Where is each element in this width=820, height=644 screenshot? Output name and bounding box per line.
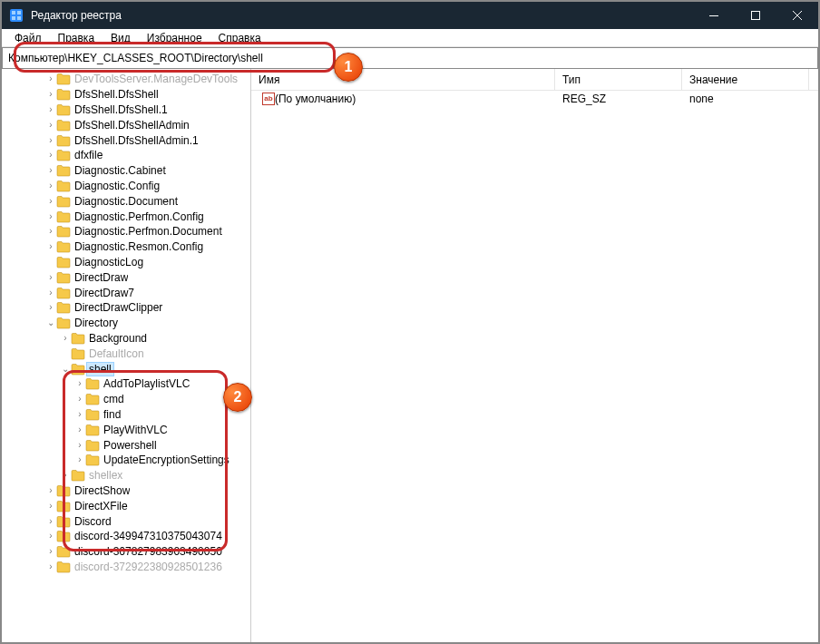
tree-item[interactable]: ›Diagnostic.Perfmon.Config [2,209,250,224]
tree-item[interactable]: ›Powershell [2,437,250,453]
tree-item[interactable]: ›Background [2,331,250,346]
tree-item[interactable]: DiagnosticLog [2,255,250,270]
chevron-right-icon[interactable]: › [74,410,85,419]
chevron-right-icon[interactable]: › [45,136,56,145]
tree-item-label: DiagnosticLog [74,256,143,268]
tree-item[interactable]: ›DirectXFile [2,498,250,513]
chevron-right-icon[interactable]: › [45,547,56,556]
tree-item-label: Diagnostic.Document [74,195,178,208]
tree-item[interactable]: ›Discord [2,513,250,529]
tree-item[interactable]: ›find [2,407,250,423]
tree-item[interactable]: ›Diagnostic.Resmon.Config [2,239,250,255]
tree-item[interactable]: ›PlayWithVLC [2,422,250,437]
chevron-right-icon[interactable]: › [45,151,56,160]
tree-item[interactable]: ›Diagnostic.Document [2,193,250,209]
tree-item[interactable]: ›DfsShell.DfsShellAdmin [2,117,250,132]
chevron-right-icon[interactable]: › [45,121,56,130]
menu-правка[interactable]: Правка [51,30,102,46]
folder-icon [71,363,85,376]
tree-item[interactable]: ›DirectDraw7 [2,285,250,300]
tree-item-label: Diagnostic.Perfmon.Config [74,210,204,223]
tree-item[interactable]: DefaultIcon [2,346,250,361]
folder-icon [56,271,71,284]
menu-вид[interactable]: Вид [103,30,138,46]
folder-icon [85,439,100,452]
chevron-right-icon[interactable]: › [74,441,85,450]
tree-pane[interactable]: ›DevToolsServer.ManageDevTools›DfsShell.… [2,69,251,642]
minimize-button[interactable] [693,2,735,29]
folder-icon [56,195,71,208]
column-header[interactable]: Значение [682,69,809,90]
folder-icon [85,408,100,421]
chevron-right-icon[interactable]: › [74,425,85,434]
folder-icon [56,500,71,512]
tree-item[interactable]: ›AddToPlaylistVLC [2,376,250,392]
folder-icon [56,225,71,238]
folder-icon [56,317,71,329]
svg-rect-6 [752,12,760,20]
list-pane[interactable]: ИмяТипЗначение ab (По умолчанию)REG_SZno… [251,69,818,642]
chevron-right-icon[interactable]: › [45,242,56,251]
chevron-right-icon[interactable]: › [45,212,56,221]
chevron-right-icon[interactable]: › [45,532,56,541]
chevron-right-icon[interactable]: › [74,455,85,464]
tree-item[interactable]: ›shellex [2,468,250,483]
chevron-right-icon[interactable]: › [45,181,56,190]
tree-item[interactable]: ›Diagnostic.Cabinet [2,163,250,179]
chevron-right-icon[interactable]: › [45,105,56,114]
value-data: none [682,93,809,105]
tree-item[interactable]: ›Diagnostic.Config [2,179,250,194]
tree-item[interactable]: ›dfxfile [2,148,250,163]
tree-item[interactable]: ›cmd [2,392,250,407]
tree-item[interactable]: ›DirectDraw [2,269,250,285]
tree-item[interactable]: ⌄shell [2,361,250,376]
column-header[interactable]: Имя [251,69,555,90]
tree-item[interactable]: ›DirectDrawClipper [2,300,250,316]
chevron-right-icon[interactable]: › [45,486,56,495]
string-value-icon: ab [262,93,275,105]
tree-item[interactable]: ›DevToolsServer.ManageDevTools [2,72,250,87]
chevron-right-icon[interactable]: › [45,227,56,236]
chevron-right-icon[interactable]: › [45,562,56,571]
tree-item[interactable]: ›DfsShell.DfsShell.1 [2,102,250,118]
maximize-button[interactable] [735,2,776,29]
list-row[interactable]: ab (По умолчанию)REG_SZnone [251,91,818,107]
tree-item-label: DirectDraw [74,271,128,284]
chevron-right-icon[interactable]: › [45,197,56,206]
chevron-right-icon[interactable]: › [60,334,71,343]
menu-справка[interactable]: Справка [211,30,268,46]
chevron-right-icon[interactable]: › [74,395,85,404]
chevron-right-icon[interactable]: › [74,379,85,388]
tree-item[interactable]: ›discord-349947310375043074 [2,529,250,544]
chevron-right-icon[interactable]: › [45,90,56,99]
tree-item-label: discord-372922380928501236 [74,561,222,573]
chevron-right-icon[interactable]: › [45,166,56,175]
chevron-right-icon[interactable]: › [45,288,56,298]
tree-item-label: discord-367827983903490050 [74,545,222,558]
chevron-right-icon[interactable]: › [45,303,56,312]
tree-item[interactable]: ›DfsShell.DfsShell [2,87,250,102]
column-header[interactable]: Тип [555,69,682,90]
chevron-right-icon[interactable]: › [45,74,56,83]
chevron-right-icon[interactable]: › [45,517,56,526]
app-icon [9,8,24,23]
tree-item[interactable]: ›Diagnostic.Perfmon.Document [2,224,250,239]
chevron-down-icon[interactable]: ⌄ [45,318,56,327]
close-button[interactable] [776,2,818,29]
tree-item[interactable]: ›DfsShell.DfsShellAdmin.1 [2,132,250,148]
menu-избранное[interactable]: Избранное [140,30,210,46]
tree-item[interactable]: ⌄Directory [2,316,250,331]
tree-item[interactable]: ›DirectShow [2,483,250,499]
menu-файл[interactable]: Файл [7,30,49,46]
folder-icon [56,103,71,116]
chevron-right-icon[interactable]: › [45,273,56,282]
tree-item[interactable]: ›UpdateEncryptionSettings [2,453,250,468]
tree-item[interactable]: ›discord-372922380928501236 [2,560,250,575]
chevron-down-icon[interactable]: ⌄ [60,365,71,374]
chevron-right-icon[interactable]: › [60,471,71,480]
tree-item-label: Diagnostic.Cabinet [74,164,166,177]
address-bar[interactable]: Компьютер\HKEY_CLASSES_ROOT\Directory\sh… [2,47,818,69]
chevron-right-icon[interactable]: › [45,502,56,511]
tree-item[interactable]: ›discord-367827983903490050 [2,544,250,560]
folder-icon [56,73,71,85]
